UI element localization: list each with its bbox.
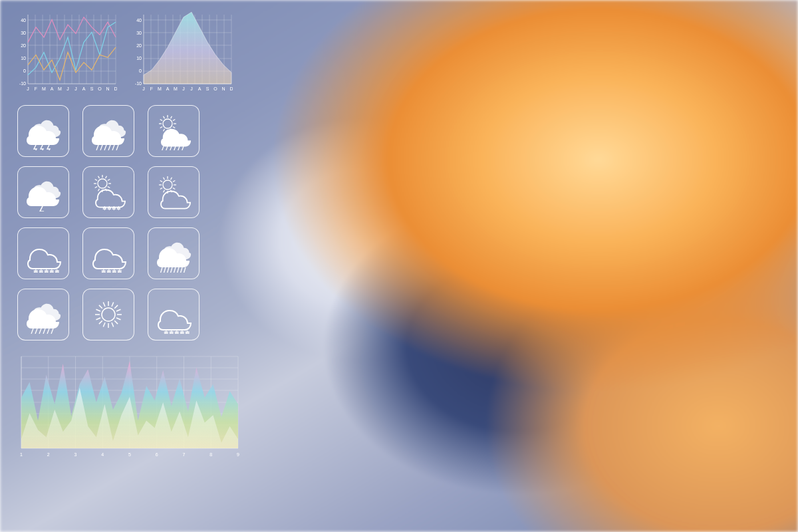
svg-text:10: 10 <box>136 56 142 61</box>
svg-text:20: 20 <box>136 43 142 48</box>
svg-text:N: N <box>221 86 225 91</box>
rain-icon[interactable] <box>17 289 69 340</box>
svg-text:1: 1 <box>20 452 23 457</box>
svg-text:30: 30 <box>21 31 26 35</box>
svg-line-124 <box>164 178 165 180</box>
svg-text:✽: ✽ <box>102 205 107 211</box>
heavy-rain-icon[interactable] <box>148 227 200 279</box>
svg-line-87 <box>160 120 163 121</box>
sunny-icon-glyph <box>89 295 128 334</box>
svg-text:A: A <box>198 86 201 91</box>
svg-text:✽: ✽ <box>101 269 106 273</box>
svg-line-91 <box>173 120 176 121</box>
svg-text:-10: -10 <box>19 81 26 86</box>
svg-line-95 <box>170 146 172 150</box>
svg-text:✽: ✽ <box>185 330 190 334</box>
svg-text:D: D <box>229 86 233 91</box>
svg-line-84 <box>164 129 165 132</box>
svg-text:30: 30 <box>136 31 142 35</box>
lightning-icon[interactable] <box>17 166 69 218</box>
svg-text:J: J <box>182 86 185 91</box>
svg-text:M: M <box>174 86 178 91</box>
svg-line-146 <box>174 267 176 273</box>
svg-line-79 <box>116 145 118 150</box>
sunny-icon[interactable] <box>82 289 134 340</box>
svg-text:J: J <box>27 86 29 91</box>
svg-line-88 <box>164 116 165 119</box>
svg-text:✽: ✽ <box>174 330 180 334</box>
svg-text:✽: ✽ <box>33 269 39 273</box>
svg-text:40: 40 <box>21 18 26 23</box>
svg-line-142 <box>160 267 162 273</box>
x-tick-labels: 123456789 <box>20 452 239 457</box>
svg-text:6: 6 <box>156 452 158 457</box>
svg-text:S: S <box>206 86 209 91</box>
svg-line-161 <box>103 323 105 327</box>
lightning-icon-glyph <box>24 173 63 211</box>
thunderstorm-icon-glyph <box>24 112 63 150</box>
svg-text:7: 7 <box>183 452 186 457</box>
svg-text:✽: ✽ <box>164 330 169 334</box>
partly-cloudy-snow-icon[interactable]: ✽✽✽✽ <box>82 166 134 218</box>
svg-line-169 <box>112 303 114 307</box>
svg-line-76 <box>104 145 106 150</box>
svg-line-103 <box>98 189 100 192</box>
svg-line-159 <box>112 323 114 327</box>
svg-text:✽: ✽ <box>55 269 60 273</box>
svg-text:O: O <box>98 86 102 91</box>
svg-line-155 <box>51 329 53 334</box>
svg-line-165 <box>96 309 101 311</box>
chart-series <box>21 361 238 448</box>
svg-text:A: A <box>82 86 86 91</box>
svg-text:M: M <box>58 86 62 91</box>
svg-line-94 <box>166 146 168 150</box>
svg-line-158 <box>114 321 118 324</box>
svg-line-77 <box>108 145 110 150</box>
svg-line-97 <box>178 146 180 150</box>
chart-top-left: 40 30 20 10 0 -10 JFMAMJJASOND <box>17 9 117 96</box>
svg-line-106 <box>95 180 98 181</box>
svg-line-157 <box>116 318 121 320</box>
svg-line-151 <box>35 329 37 334</box>
rain-icon-glyph <box>24 295 63 334</box>
snow-icon[interactable]: ✽✽✽✽✽ <box>17 227 69 279</box>
chart-series <box>144 12 231 84</box>
svg-line-144 <box>167 267 169 273</box>
svg-text:F: F <box>150 86 153 91</box>
sun-showers-icon-glyph <box>154 112 193 150</box>
svg-line-107 <box>98 176 100 179</box>
svg-text:O: O <box>213 86 217 91</box>
showers-icon[interactable] <box>82 105 134 157</box>
svg-text:F: F <box>35 86 37 91</box>
svg-text:✽: ✽ <box>44 269 49 273</box>
svg-line-98 <box>182 146 184 150</box>
svg-text:A: A <box>51 86 54 91</box>
sleet-icon[interactable]: ✽✽✽✽ <box>82 227 134 279</box>
svg-line-149 <box>184 267 186 273</box>
svg-line-162 <box>99 321 102 324</box>
svg-line-153 <box>43 329 45 334</box>
cloud-snow-icon[interactable]: ✽✽✽✽✽ <box>148 289 200 340</box>
thunderstorm-icon[interactable] <box>17 105 69 157</box>
svg-line-90 <box>171 116 172 119</box>
svg-point-92 <box>163 119 172 128</box>
x-tick-labels: JFMAMJJASOND <box>142 86 233 91</box>
y-tick-labels: 40 30 20 10 0 -10 <box>19 18 26 86</box>
svg-text:0: 0 <box>23 68 26 73</box>
svg-line-126 <box>171 178 172 180</box>
svg-text:✽: ✽ <box>169 330 174 334</box>
svg-line-163 <box>96 318 101 320</box>
svg-text:✽: ✽ <box>107 205 112 211</box>
svg-line-93 <box>162 146 164 150</box>
top-charts-row: 40 30 20 10 0 -10 JFMAMJJASOND <box>17 9 273 96</box>
svg-text:10: 10 <box>21 56 26 61</box>
svg-line-152 <box>39 329 41 334</box>
svg-line-167 <box>103 303 105 307</box>
sun-showers-icon[interactable] <box>148 105 200 157</box>
svg-text:D: D <box>114 86 117 91</box>
partly-cloudy-icon[interactable] <box>148 166 200 218</box>
svg-text:✽: ✽ <box>180 330 185 334</box>
svg-text:3: 3 <box>74 452 77 457</box>
svg-text:✽: ✽ <box>39 269 44 273</box>
svg-line-85 <box>160 127 163 128</box>
